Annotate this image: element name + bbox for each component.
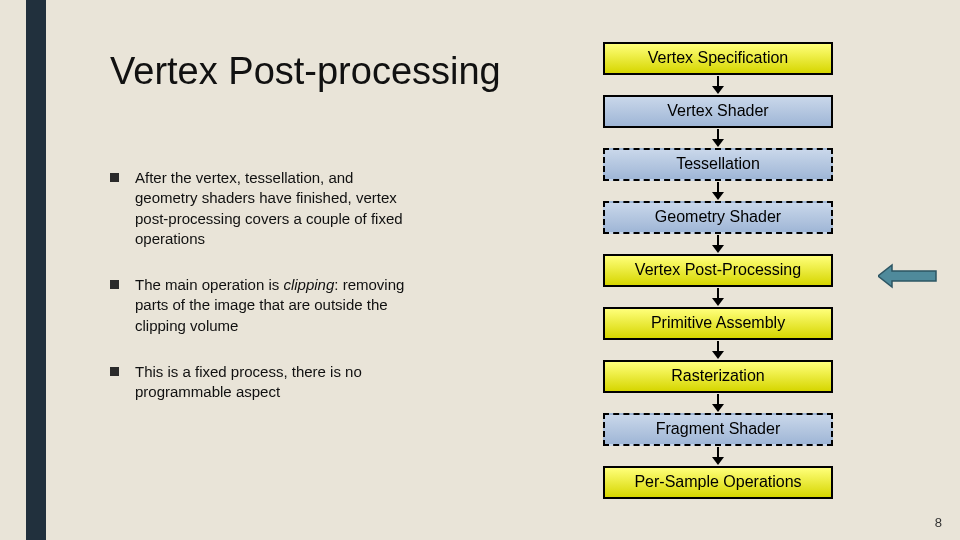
arrow-down-icon xyxy=(711,341,725,359)
slide: Vertex Post-processing After the vertex,… xyxy=(0,0,960,540)
pipeline-diagram: Vertex Specification Vertex Shader Tesse… xyxy=(568,42,868,499)
arrow-down-icon xyxy=(711,235,725,253)
stage-per-sample-operations: Per-Sample Operations xyxy=(603,466,833,499)
stage-tessellation: Tessellation xyxy=(603,148,833,181)
bullet-list: After the vertex, tessellation, and geom… xyxy=(110,168,410,428)
stage-vertex-shader: Vertex Shader xyxy=(603,95,833,128)
pointer-arrow-icon xyxy=(878,263,938,293)
stage-primitive-assembly: Primitive Assembly xyxy=(603,307,833,340)
bullet-text: After the vertex, tessellation, and geom… xyxy=(135,168,410,249)
arrow-down-icon xyxy=(711,394,725,412)
svg-marker-11 xyxy=(712,351,724,359)
arrow-down-icon xyxy=(711,129,725,147)
side-stripe xyxy=(26,0,46,540)
arrow-down-icon xyxy=(711,288,725,306)
svg-marker-16 xyxy=(878,265,936,287)
stage-vertex-post-processing: Vertex Post-Processing xyxy=(603,254,833,287)
stage-fragment-shader: Fragment Shader xyxy=(603,413,833,446)
page-number: 8 xyxy=(935,515,942,530)
bullet-marker-icon xyxy=(110,173,119,182)
svg-marker-3 xyxy=(712,139,724,147)
svg-marker-15 xyxy=(712,457,724,465)
bullet-text: This is a fixed process, there is no pro… xyxy=(135,362,410,403)
svg-marker-1 xyxy=(712,86,724,94)
slide-title: Vertex Post-processing xyxy=(110,50,501,93)
svg-marker-9 xyxy=(712,298,724,306)
bullet-text: The main operation is clipping: removing… xyxy=(135,275,410,336)
bullet-item: This is a fixed process, there is no pro… xyxy=(110,362,410,403)
svg-marker-5 xyxy=(712,192,724,200)
bullet-marker-icon xyxy=(110,367,119,376)
stage-geometry-shader: Geometry Shader xyxy=(603,201,833,234)
bullet-item: After the vertex, tessellation, and geom… xyxy=(110,168,410,249)
svg-marker-13 xyxy=(712,404,724,412)
stage-rasterization: Rasterization xyxy=(603,360,833,393)
arrow-down-icon xyxy=(711,76,725,94)
stage-vertex-specification: Vertex Specification xyxy=(603,42,833,75)
arrow-down-icon xyxy=(711,447,725,465)
bullet-marker-icon xyxy=(110,280,119,289)
arrow-down-icon xyxy=(711,182,725,200)
bullet-item: The main operation is clipping: removing… xyxy=(110,275,410,336)
svg-marker-7 xyxy=(712,245,724,253)
